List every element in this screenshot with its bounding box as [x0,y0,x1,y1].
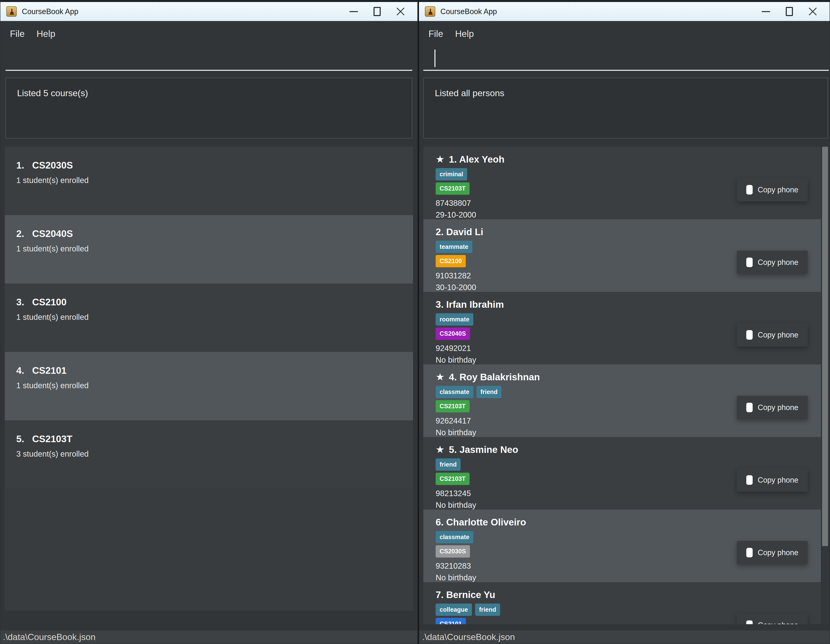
copy-phone-label: Copy phone [758,185,798,194]
copy-phone-button[interactable]: Copy phone [737,614,808,624]
minimize-button[interactable] [342,2,366,21]
phone-icon [746,475,752,485]
course-list-item[interactable]: 1.CS2030S1 student(s) enrolled [5,147,413,215]
maximize-button[interactable] [366,2,389,21]
maximize-button[interactable] [778,2,801,21]
result-display: Listed 5 course(s) [6,78,412,138]
maximize-icon [786,7,793,16]
person-birthday: No birthday [436,573,821,582]
vertical-scrollbar[interactable] [822,147,828,624]
copy-phone-button[interactable]: Copy phone [737,178,808,201]
person-birthday: No birthday [436,356,821,364]
scrollbar-thumb[interactable] [822,147,828,546]
copy-phone-label: Copy phone [758,331,798,339]
person-name-row: ★1. Alex Yeoh [436,153,821,165]
close-button[interactable] [389,2,412,21]
titlebar[interactable]: CourseBook App [0,0,417,21]
course-title: 3.CS2100 [16,297,413,307]
menu-help[interactable]: Help [30,26,61,41]
minimize-button[interactable] [754,2,778,21]
course-tag: CS2040S [436,328,470,340]
close-button[interactable] [801,2,824,21]
copy-phone-button[interactable]: Copy phone [737,541,808,564]
empty-list-area [5,489,413,611]
course-enrolled-count: 1 student(s) enrolled [16,313,413,321]
course-title: 4.CS2101 [16,365,413,376]
course-title: 5.CS2103T [16,434,413,444]
person-list-item[interactable]: ★5. Jasmine NeofriendCS2103T98213245No b… [423,437,821,510]
copy-phone-label: Copy phone [758,258,798,267]
copy-phone-button[interactable]: Copy phone [737,323,808,347]
phone-icon [746,258,752,267]
course-list-item[interactable]: 2.CS2040S1 student(s) enrolled [5,215,413,283]
copy-phone-button[interactable]: Copy phone [737,396,808,419]
status-bar: .\data\CourseBook.json [0,631,417,644]
course-tag: CS2103T [436,473,470,485]
command-input[interactable] [423,47,829,71]
person-list-item[interactable]: ★4. Roy BalakrishnanclassmatefriendCS210… [423,364,821,437]
person-name-row: ★4. Roy Balakrishnan [436,371,821,383]
person-name-row: 6. Charlotte Oliveiro [436,516,821,528]
person-name: 7. Bernice Yu [436,589,495,600]
person-name: 5. Jasmine Neo [449,444,518,455]
person-name: 3. Irfan Ibrahim [436,299,504,310]
person-list-item[interactable]: 7. Bernice YucolleaguefriendCS2101Copy p… [423,582,821,624]
course-tag: CS2103T [436,182,470,195]
minimize-icon [350,11,358,12]
command-input[interactable] [6,47,412,71]
phone-icon [746,548,752,557]
close-icon [396,7,405,16]
course-index: 4. [16,365,32,376]
course-list-item[interactable]: 3.CS21001 student(s) enrolled [5,283,413,352]
person-list-item[interactable]: 6. Charlotte OliveiroclassmateCS2030S932… [423,510,821,582]
course-index: 2. [16,228,32,239]
copy-phone-button[interactable]: Copy phone [737,468,808,492]
course-list: 1.CS2030S1 student(s) enrolled2.CS2040S1… [5,147,413,624]
copy-phone-button[interactable]: Copy phone [737,251,808,274]
phone-icon [746,185,752,195]
status-file-path: .\data\CourseBook.json [422,632,515,642]
titlebar[interactable]: CourseBook App [419,0,830,21]
menu-file[interactable]: File [423,26,449,41]
person-list-item[interactable]: 3. Irfan IbrahimroommateCS2040S92492021N… [423,292,821,364]
person-list-item[interactable]: ★1. Alex YeohcriminalCS2103T8743880729-1… [423,147,821,219]
course-tag: CS2101 [436,618,466,624]
course-tag: CS2100 [436,255,466,267]
copy-phone-label: Copy phone [758,548,798,557]
menu-help[interactable]: Help [449,26,480,41]
menu-bar: File Help [419,21,830,46]
close-icon [808,7,817,16]
menu-bar: File Help [0,21,417,46]
copy-phone-label: Copy phone [758,476,798,484]
coursebook-app-icon [6,6,17,17]
person-name: 4. Roy Balakrishnan [449,372,540,383]
person-name: 6. Charlotte Oliveiro [436,517,526,528]
person-name: 1. Alex Yeoh [449,154,504,165]
result-text: Listed 5 course(s) [17,88,88,98]
person-tag: colleague [436,604,472,616]
person-list-item[interactable]: 2. David LiteammateCS21009103128230-10-2… [423,219,821,292]
course-list-item[interactable]: 5.CS2103T3 student(s) enrolled [5,420,413,489]
person-birthday: No birthday [436,428,821,437]
maximize-icon [374,7,381,16]
person-tag: friend [477,386,502,398]
course-list-item[interactable]: 4.CS21011 student(s) enrolled [5,352,413,420]
menu-file[interactable]: File [4,26,30,41]
course-index: 3. [16,297,32,307]
phone-icon [746,330,752,340]
result-display: Listed all persons [423,78,828,138]
person-tag: classmate [436,531,473,543]
favorite-star-icon: ★ [436,371,445,383]
person-tag: teammate [436,241,472,253]
course-title: 2.CS2040S [16,228,413,239]
person-name-row: 2. David Li [436,226,821,237]
person-name-row: 3. Irfan Ibrahim [436,299,821,310]
person-birthday: No birthday [436,501,821,510]
status-bar: .\data\CourseBook.json [419,631,830,644]
minimize-icon [762,11,770,12]
copy-phone-label: Copy phone [758,621,798,624]
person-tag: criminal [436,168,467,180]
course-enrolled-count: 3 student(s) enrolled [16,449,413,459]
course-tag: CS2030S [436,545,470,557]
course-title: 1.CS2030S [16,160,413,171]
